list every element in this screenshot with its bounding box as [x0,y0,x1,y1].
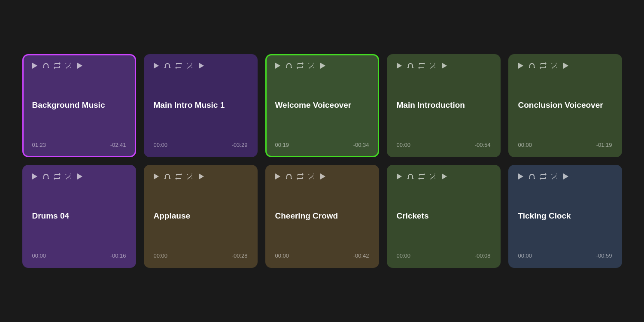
rewind-icon[interactable] [517,173,524,180]
svg-rect-30 [291,178,292,179]
magic-icon[interactable] [186,173,193,180]
card-icons-row [517,173,613,180]
card-title: Ticking Clock [517,180,613,252]
headphones-icon[interactable] [529,173,535,180]
repeat-icon[interactable] [297,173,304,180]
card-time-row: 00:00 -00:59 [517,252,613,259]
audio-card-conclusion-voiceover[interactable]: Conclusion Voiceover 00:00 -01:19 [508,54,622,157]
card-time-row: 00:00 -00:08 [396,252,492,259]
rewind-icon[interactable] [396,173,403,180]
play-icon[interactable] [76,173,83,180]
card-time-right: -01:19 [596,142,612,148]
card-time-right: -00:08 [475,252,491,259]
audio-card-welcome-voiceover[interactable]: Welcome Voiceover 00:19 -00:34 [265,54,379,157]
svg-marker-11 [320,63,325,69]
card-time-row: 00:19 -00:34 [274,142,370,148]
rewind-icon[interactable] [396,62,403,69]
card-time-row: 00:00 -00:16 [31,252,127,259]
card-time-right: -00:28 [232,252,248,259]
play-icon[interactable] [440,173,447,180]
magic-icon[interactable] [65,62,72,69]
audio-card-main-intro-music-1[interactable]: Main Intro Music 1 00:00 -03:29 [144,54,258,157]
play-icon[interactable] [562,62,569,69]
card-title: Crickets [396,180,492,252]
play-icon[interactable] [562,173,569,180]
svg-rect-18 [534,67,535,68]
headphones-icon[interactable] [407,173,414,180]
svg-marker-27 [199,173,204,179]
repeat-icon[interactable] [540,173,547,180]
card-time-row: 00:00 -01:19 [517,142,613,148]
card-time-right: -00:34 [353,142,369,148]
svg-rect-38 [534,178,535,179]
svg-rect-33 [407,178,409,179]
svg-rect-6 [169,67,170,68]
svg-marker-24 [154,173,159,179]
card-icons-row [153,173,249,180]
svg-marker-23 [77,173,82,179]
play-icon[interactable] [76,62,83,69]
repeat-icon[interactable] [54,173,61,180]
card-time-left: 00:00 [154,252,168,259]
rewind-icon[interactable] [153,173,160,180]
headphones-icon[interactable] [164,173,171,180]
rewind-icon[interactable] [153,62,160,69]
audio-card-main-introduction[interactable]: Main Introduction 00:00 -00:54 [387,54,501,157]
play-icon[interactable] [319,173,326,180]
card-title: Main Intro Music 1 [153,69,249,142]
repeat-icon[interactable] [540,62,547,69]
card-time-left: 01:23 [32,142,46,148]
magic-icon[interactable] [429,62,436,69]
svg-marker-39 [563,173,568,179]
svg-rect-22 [48,178,49,179]
headphones-icon[interactable] [43,62,49,69]
svg-rect-21 [43,178,44,179]
svg-marker-19 [563,63,568,69]
card-time-right: -00:54 [475,142,491,148]
audio-card-drums-04[interactable]: Drums 04 00:00 -00:16 [22,165,136,268]
repeat-icon[interactable] [175,173,182,180]
rewind-icon[interactable] [31,62,38,69]
magic-icon[interactable] [551,173,558,180]
headphones-icon[interactable] [43,173,49,180]
repeat-icon[interactable] [418,62,425,69]
play-icon[interactable] [197,173,204,180]
repeat-icon[interactable] [175,62,182,69]
repeat-icon[interactable] [418,173,425,180]
magic-icon[interactable] [551,62,558,69]
card-title: Welcome Voiceover [274,69,370,142]
headphones-icon[interactable] [286,173,292,180]
audio-card-crickets[interactable]: Crickets 00:00 -00:08 [387,165,501,268]
magic-icon[interactable] [429,173,436,180]
card-time-right: -03:29 [232,142,248,148]
rewind-icon[interactable] [31,173,38,180]
svg-marker-20 [32,173,37,179]
audio-card-cheering-crowd[interactable]: Cheering Crowd 00:00 -00:42 [265,165,379,268]
play-icon[interactable] [197,62,204,69]
magic-icon[interactable] [65,173,72,180]
card-title: Background Music [31,69,127,142]
rewind-icon[interactable] [517,62,524,69]
audio-card-ticking-clock[interactable]: Ticking Clock 00:00 -00:59 [508,165,622,268]
card-time-row: 00:00 -00:28 [153,252,249,259]
repeat-icon[interactable] [54,62,61,69]
rewind-icon[interactable] [274,62,281,69]
magic-icon[interactable] [308,62,315,69]
magic-icon[interactable] [186,62,193,69]
repeat-icon[interactable] [297,62,304,69]
rewind-icon[interactable] [274,173,281,180]
svg-marker-35 [442,173,447,179]
headphones-icon[interactable] [407,62,414,69]
card-icons-row [31,62,127,69]
headphones-icon[interactable] [286,62,292,69]
play-icon[interactable] [440,62,447,69]
magic-icon[interactable] [308,173,315,180]
card-time-right: -02:41 [110,142,126,148]
card-title: Cheering Crowd [274,180,370,252]
headphones-icon[interactable] [164,62,171,69]
svg-rect-17 [529,67,530,68]
headphones-icon[interactable] [529,62,535,69]
audio-card-applause[interactable]: Applause 00:00 -00:28 [144,165,258,268]
play-icon[interactable] [319,62,326,69]
audio-card-background-music[interactable]: Background Music 01:23 -02:41 [22,54,136,157]
